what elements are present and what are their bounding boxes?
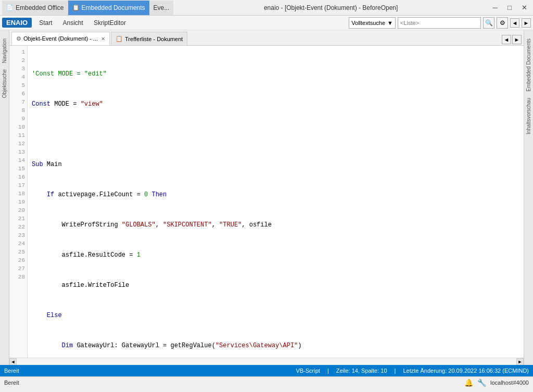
window-controls: ─ □ ✕: [488, 2, 531, 14]
code-line-7: asfile.ResultCode = 1: [32, 251, 524, 259]
code-line-9: Else: [32, 311, 524, 320]
sidebar-embedded-docs-label[interactable]: Embedded Documents: [525, 35, 532, 95]
line-num-15: 15: [9, 165, 27, 173]
line-num-12: 12: [9, 140, 27, 148]
code-line-6: WriteProfString "GLOBALS", "SKIPCONTENT"…: [32, 221, 524, 229]
code-line-4: Sub Main: [32, 160, 524, 169]
status-bar: Bereit VB-Script | Zeile: 14, Spalte: 10…: [0, 365, 533, 376]
line-num-11: 11: [9, 131, 27, 140]
line-num-20: 20: [9, 206, 27, 214]
flag-icon-1: 🔔: [464, 378, 473, 387]
code-line-8: asfile.WriteToFile: [32, 281, 524, 289]
line-num-2: 2: [9, 56, 27, 65]
status-last-change: Letzte Änderung: 20.09.2022 16:06:32 (EC…: [403, 368, 529, 374]
window-title: enaio - [Objekt-Event (Dokument) - Befor…: [173, 4, 488, 11]
line-num-25: 25: [9, 248, 27, 256]
line-num-6: 6: [9, 90, 27, 98]
main-area: Navigation Objektsuche ⚙ Objekt-Event (D…: [0, 30, 533, 365]
code-line-2: Const MODE = "view": [32, 100, 524, 108]
status-ready: Bereit: [4, 368, 19, 374]
line-num-14: 14: [9, 156, 27, 165]
search-input[interactable]: [398, 17, 481, 29]
status-right: VB-Script | Zeile: 14, Spalte: 10 | Letz…: [296, 368, 529, 374]
line-num-24: 24: [9, 239, 27, 248]
toolbar-settings-button[interactable]: ⚙: [497, 17, 508, 29]
tab-nav-next[interactable]: ►: [522, 18, 531, 28]
minimize-button[interactable]: ─: [488, 2, 502, 14]
editor-tab-next[interactable]: ►: [512, 35, 522, 44]
code-editor[interactable]: 1 2 3 4 5 6 7 8 9 10 11 12 13 14 15 16 1…: [9, 46, 524, 358]
flag-icon-2: 🔧: [477, 378, 486, 387]
line-num-19: 19: [9, 198, 27, 206]
office-tab-icon: 📄: [6, 4, 14, 11]
code-content[interactable]: 'Const MODE = "edit" Const MODE = "view"…: [28, 46, 524, 358]
line-numbers: 1 2 3 4 5 6 7 8 9 10 11 12 13 14 15 16 1…: [9, 46, 28, 358]
sidebar-navigation-label[interactable]: Navigation: [1, 35, 8, 66]
app-tab-eve[interactable]: Eve...: [149, 1, 174, 15]
scroll-right-button[interactable]: ►: [516, 358, 524, 365]
scroll-track[interactable]: [17, 359, 516, 365]
app-logo[interactable]: ENAIO: [2, 18, 32, 28]
tab-close-button[interactable]: ✕: [101, 36, 105, 42]
tab-objekt-event[interactable]: ⚙ Objekt-Event (Dokument) - ... ✕: [11, 32, 110, 45]
maximize-button[interactable]: □: [503, 2, 516, 14]
title-bar-tabs: 📄 Embedded Office 📋 Embedded Documents E…: [2, 1, 173, 15]
code-line-1: 'Const MODE = "edit": [32, 70, 524, 78]
line-num-9: 9: [9, 115, 27, 123]
line-num-18: 18: [9, 189, 27, 198]
menu-ansicht[interactable]: Ansicht: [58, 18, 88, 28]
code-line-10: Dim GatewayUrl: GatewayUrl = getRegValue…: [32, 342, 524, 350]
left-sidebar: Navigation Objektsuche: [0, 30, 9, 365]
code-line-3: [32, 130, 524, 138]
menu-skripteditor[interactable]: SkriptEditor: [88, 18, 131, 28]
status-position: Zeile: 14, Spalte: 10: [336, 368, 387, 374]
line-num-23: 23: [9, 231, 27, 239]
tab-nav-prev[interactable]: ◄: [510, 18, 519, 28]
documents-tab-icon: 📋: [72, 4, 80, 11]
horizontal-scrollbar[interactable]: ◄ ►: [9, 358, 524, 365]
objekt-tab-icon: ⚙: [16, 35, 21, 42]
sidebar-objektsuche-label[interactable]: Objektsuche: [1, 66, 8, 102]
line-num-4: 4: [9, 73, 27, 81]
line-num-10: 10: [9, 123, 27, 131]
code-line-5: If activepage.FileCount = 0 Then: [32, 191, 524, 199]
status-bar-bottom: Bereit 🔔 🔧 localhost#4000: [0, 376, 533, 388]
editor-tabs: ⚙ Objekt-Event (Dokument) - ... ✕ 📋 Tref…: [9, 30, 524, 46]
line-num-16: 16: [9, 173, 27, 181]
menu-start[interactable]: Start: [34, 18, 57, 28]
menu-bar: ENAIO Start Ansicht SkriptEditor Volltex…: [0, 16, 533, 30]
line-num-28: 28: [9, 273, 27, 281]
search-mode-dropdown[interactable]: Volltextsuche ▼: [349, 17, 396, 29]
right-sidebar: Embedded Documents Inhaltsvorschau: [524, 30, 533, 365]
trefferliste-tab-icon: 📋: [116, 35, 123, 42]
line-num-3: 3: [9, 65, 27, 73]
line-num-21: 21: [9, 214, 27, 223]
host-info: localhost#4000: [490, 380, 529, 386]
tab-trefferliste[interactable]: 📋 Trefferliste - Dokument: [111, 32, 187, 45]
scroll-left-button[interactable]: ◄: [9, 358, 17, 365]
line-num-8: 8: [9, 106, 27, 115]
search-button[interactable]: 🔍: [483, 17, 494, 29]
line-num-22: 22: [9, 223, 27, 231]
editor-container: ⚙ Objekt-Event (Dokument) - ... ✕ 📋 Tref…: [9, 30, 524, 365]
tab-navigation: ◄ ►: [502, 35, 524, 45]
bottom-status-right: 🔔 🔧 localhost#4000: [464, 378, 529, 387]
line-num-13: 13: [9, 148, 27, 156]
status-lang: VB-Script: [296, 368, 320, 374]
close-button[interactable]: ✕: [517, 2, 531, 14]
app-tab-documents[interactable]: 📋 Embedded Documents: [68, 1, 149, 15]
line-num-26: 26: [9, 256, 27, 264]
line-num-5: 5: [9, 81, 27, 90]
editor-tab-prev[interactable]: ◄: [502, 35, 511, 44]
toolbar-right: Volltextsuche ▼ 🔍 ⚙ ◄ ►: [349, 17, 531, 29]
bottom-status-text: Bereit: [4, 380, 19, 386]
line-num-17: 17: [9, 181, 27, 189]
line-num-1: 1: [9, 48, 27, 56]
app-tab-office[interactable]: 📄 Embedded Office: [2, 1, 68, 15]
line-num-7: 7: [9, 98, 27, 106]
sidebar-inhaltsvorschau-label[interactable]: Inhaltsvorschau: [525, 95, 532, 137]
line-num-27: 27: [9, 264, 27, 273]
title-bar: 📄 Embedded Office 📋 Embedded Documents E…: [0, 0, 533, 16]
